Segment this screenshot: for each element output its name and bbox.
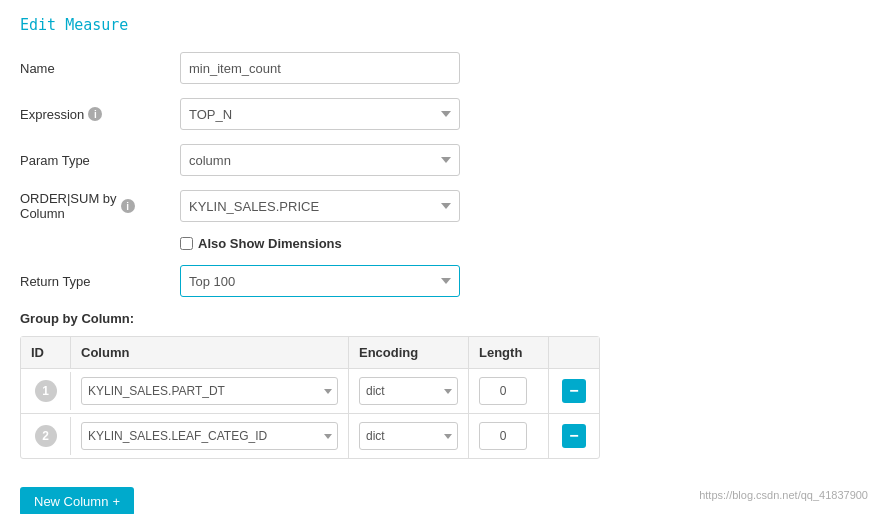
also-show-dimensions-label: Also Show Dimensions [198,236,342,251]
footer-link: https://blog.csdn.net/qq_41837900 [699,489,868,501]
row-2-column-cell: KYLIN_SALES.PART_DT KYLIN_SALES.LEAF_CAT… [71,414,349,458]
row-2-length-cell [469,414,549,458]
page-title: Edit Measure [20,16,868,34]
expression-select[interactable]: TOP_N SUM MIN MAX COUNT [180,98,460,130]
return-type-row: Return Type Top 100 Top 10 Top 50 Top 10… [20,265,868,297]
name-row: Name [20,52,868,84]
row-2-encoding-cell: dict fixed_length integer int [349,414,469,458]
row-1-encoding-cell: dict fixed_length integer int [349,369,469,413]
order-sum-row: ORDER|SUM byColumn i KYLIN_SALES.PRICE K… [20,190,868,222]
row-2-id: 2 [21,417,71,455]
row-1-length-cell [469,369,549,413]
new-column-label: New Column [34,494,108,509]
expression-row: Expression i TOP_N SUM MIN MAX COUNT [20,98,868,130]
group-by-table: ID Column Encoding Length 1 KYLIN_SALES.… [20,336,600,459]
row-2-encoding-select[interactable]: dict fixed_length integer int [359,422,458,450]
param-type-select[interactable]: column value [180,144,460,176]
also-show-dimensions-row: Also Show Dimensions [180,236,868,251]
row-1-column-select[interactable]: KYLIN_SALES.PART_DT KYLIN_SALES.LEAF_CAT… [81,377,338,405]
row-1-column-cell: KYLIN_SALES.PART_DT KYLIN_SALES.LEAF_CAT… [71,369,349,413]
col-header-action [549,337,599,368]
also-show-dimensions-checkbox[interactable] [180,237,193,250]
new-column-icon: + [112,494,120,509]
row-2-action-cell: − [549,416,599,456]
order-sum-select[interactable]: KYLIN_SALES.PRICE KYLIN_SALES.ITEM_COUNT [180,190,460,222]
order-sum-label: ORDER|SUM byColumn i [20,191,180,221]
row-2-remove-button[interactable]: − [562,424,586,448]
row-2-number: 2 [35,425,57,447]
row-1-id: 1 [21,372,71,410]
expression-label: Expression i [20,107,180,122]
param-type-label: Param Type [20,153,180,168]
row-1-remove-button[interactable]: − [562,379,586,403]
expression-info-icon[interactable]: i [88,107,102,121]
name-input[interactable] [180,52,460,84]
row-2-column-select[interactable]: KYLIN_SALES.PART_DT KYLIN_SALES.LEAF_CAT… [81,422,338,450]
return-type-label: Return Type [20,274,180,289]
row-1-length-input[interactable] [479,377,527,405]
row-2-length-input[interactable] [479,422,527,450]
col-header-length: Length [469,337,549,368]
table-row: 1 KYLIN_SALES.PART_DT KYLIN_SALES.LEAF_C… [21,369,599,414]
row-1-encoding-select[interactable]: dict fixed_length integer int [359,377,458,405]
group-by-section-title: Group by Column: [20,311,868,326]
footer-area: New Column + https://blog.csdn.net/qq_41… [20,473,868,514]
table-header: ID Column Encoding Length [21,337,599,369]
param-type-row: Param Type column value [20,144,868,176]
col-header-column: Column [71,337,349,368]
name-label: Name [20,61,180,76]
table-row: 2 KYLIN_SALES.PART_DT KYLIN_SALES.LEAF_C… [21,414,599,458]
return-type-select[interactable]: Top 100 Top 10 Top 50 Top 1000 [180,265,460,297]
order-sum-info-icon[interactable]: i [121,199,135,213]
new-column-button[interactable]: New Column + [20,487,134,514]
col-header-id: ID [21,337,71,368]
col-header-encoding: Encoding [349,337,469,368]
row-1-number: 1 [35,380,57,402]
row-1-action-cell: − [549,371,599,411]
